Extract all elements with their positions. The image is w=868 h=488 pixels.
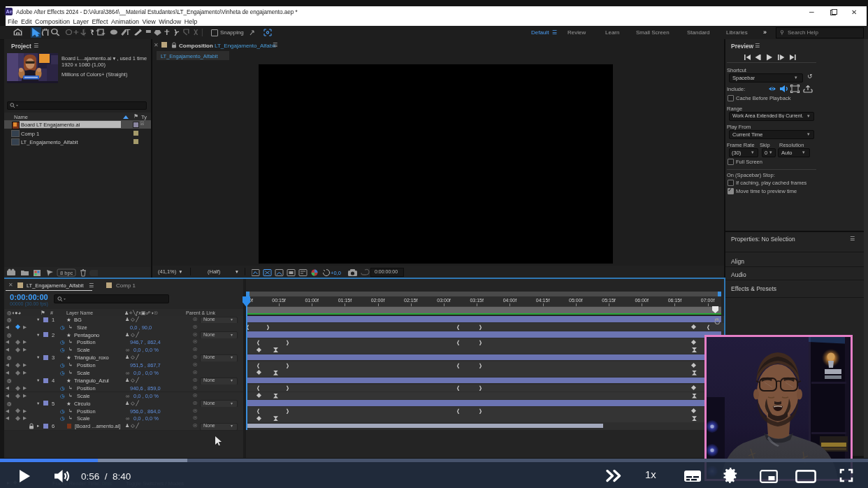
svg-text:+0,0: +0,0 (331, 270, 341, 276)
svg-text:8 bpc: 8 bpc (60, 270, 73, 276)
svg-text:T: T (125, 28, 131, 37)
